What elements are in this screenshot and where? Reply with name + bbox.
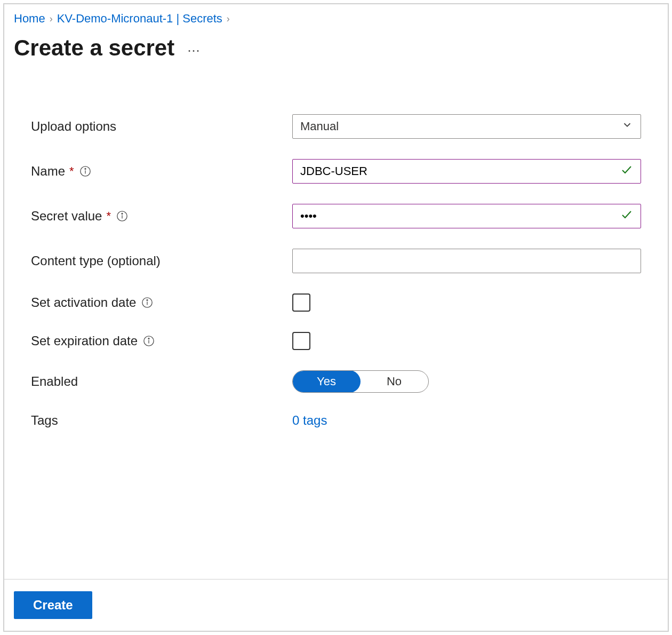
svg-point-8 — [147, 300, 148, 301]
info-icon[interactable] — [116, 210, 128, 222]
label-upload-options: Upload options — [31, 119, 292, 134]
tags-link[interactable]: 0 tags — [292, 413, 327, 428]
label-name: Name * — [31, 164, 292, 179]
svg-point-11 — [148, 338, 149, 339]
bottom-action-bar: Create — [4, 579, 668, 631]
required-star-icon: * — [69, 164, 74, 178]
row-secret-value: Secret value * — [31, 204, 641, 228]
breadcrumb-home[interactable]: Home — [14, 12, 45, 26]
label-secret-value: Secret value * — [31, 209, 292, 224]
required-star-icon: * — [106, 209, 111, 223]
row-enabled: Enabled Yes No — [31, 370, 641, 393]
row-tags: Tags 0 tags — [31, 413, 641, 428]
enabled-no-option[interactable]: No — [360, 371, 428, 392]
create-secret-form: Upload options Manual Name * — [4, 61, 668, 428]
name-input[interactable] — [300, 160, 614, 183]
chevron-right-icon: › — [50, 13, 53, 25]
info-icon[interactable] — [79, 165, 91, 177]
row-expiration-date: Set expiration date — [31, 332, 641, 350]
name-input-wrapper — [292, 159, 641, 184]
label-enabled: Enabled — [31, 374, 292, 389]
chevron-right-icon: › — [227, 13, 230, 25]
breadcrumb-kv-secrets[interactable]: KV-Demo-Micronaut-1 | Secrets — [57, 12, 222, 26]
info-icon[interactable] — [143, 335, 155, 347]
label-content-type: Content type (optional) — [31, 253, 292, 268]
breadcrumb: Home › KV-Demo-Micronaut-1 | Secrets › — [4, 4, 668, 30]
activation-date-checkbox[interactable] — [292, 293, 310, 312]
svg-point-2 — [85, 169, 86, 170]
upload-options-select[interactable]: Manual — [292, 114, 641, 139]
chevron-down-icon — [621, 119, 633, 134]
check-icon — [620, 163, 633, 179]
info-icon[interactable] — [141, 297, 153, 308]
enabled-yes-option[interactable]: Yes — [292, 370, 361, 393]
page-header: Create a secret ⋯ — [4, 30, 668, 61]
label-tags: Tags — [31, 413, 292, 428]
upload-options-value: Manual — [300, 120, 339, 133]
svg-point-5 — [122, 213, 123, 215]
content-type-input[interactable] — [300, 249, 614, 273]
row-activation-date: Set activation date — [31, 293, 641, 312]
row-upload-options: Upload options Manual — [31, 114, 641, 139]
check-icon — [620, 208, 633, 224]
label-expiration-date: Set expiration date — [31, 334, 292, 348]
secret-value-input[interactable] — [300, 204, 614, 228]
row-content-type: Content type (optional) — [31, 249, 641, 273]
more-actions-icon[interactable]: ⋯ — [187, 43, 201, 58]
enabled-toggle: Yes No — [292, 370, 429, 393]
create-button[interactable]: Create — [14, 591, 92, 619]
page-title: Create a secret — [14, 35, 174, 61]
expiration-date-checkbox[interactable] — [292, 332, 310, 350]
content-type-input-wrapper — [292, 249, 641, 273]
label-activation-date: Set activation date — [31, 295, 292, 310]
secret-value-input-wrapper — [292, 204, 641, 228]
row-name: Name * — [31, 159, 641, 184]
